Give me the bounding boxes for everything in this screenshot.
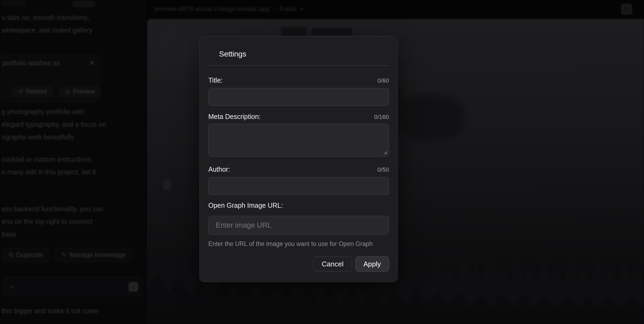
og-image-url-label: Open Graph Image URL: (208, 202, 283, 209)
meta-description-label: Meta Description: (208, 113, 261, 121)
og-image-url-helper: Enter the URL of the image you want to u… (208, 240, 389, 248)
author-label: Author: (208, 165, 230, 173)
title-counter: 0/60 (377, 77, 389, 84)
cancel-button[interactable]: Cancel (313, 256, 352, 272)
title-label: Title: (208, 76, 223, 84)
meta-description-textarea[interactable] (208, 124, 389, 157)
meta-description-counter: 0/160 (374, 114, 389, 121)
screen: u tabs no, smooth transitions, whitespac… (0, 0, 644, 324)
dialog-title: Settings (219, 50, 398, 58)
og-image-url-input[interactable] (208, 216, 389, 235)
dialog-divider (208, 65, 389, 66)
title-input[interactable] (208, 88, 389, 106)
settings-dialog: Settings Title: 0/60 Meta Description: 0… (199, 36, 398, 282)
resize-handle-icon[interactable] (383, 150, 387, 154)
author-input[interactable] (208, 177, 389, 195)
author-counter: 0/50 (377, 166, 389, 173)
apply-button[interactable]: Apply (355, 256, 389, 272)
